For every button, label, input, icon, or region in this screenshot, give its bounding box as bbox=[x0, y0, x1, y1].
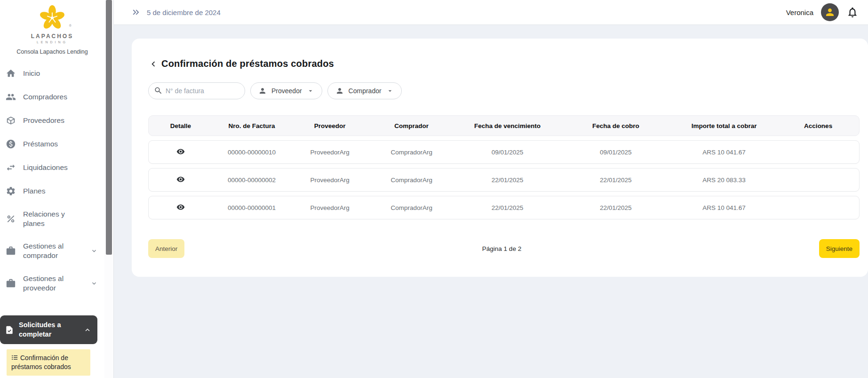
sidebar-item-relaciones-y-planes[interactable]: Relaciones y planes bbox=[0, 203, 104, 235]
fecha-vencimiento: 09/01/2025 bbox=[454, 149, 561, 156]
table-row: 00000-00000010 ProveedorArg CompradorArg… bbox=[148, 140, 860, 164]
chevron-up-icon bbox=[83, 326, 92, 334]
sidebar-bottom-group: Solicitudes a completar Confirmación de … bbox=[0, 315, 104, 378]
sidebar-item-label: Liquidaciones bbox=[23, 163, 68, 172]
invoice-number: 00000-00000002 bbox=[213, 177, 291, 184]
proveedor-filter-dropdown[interactable]: Proveedor bbox=[250, 82, 322, 99]
content-area: Confirmación de préstamos cobrados Prove… bbox=[114, 25, 868, 378]
sidebar-item-label: Relaciones y planes bbox=[23, 209, 83, 228]
briefcase-icon bbox=[6, 278, 16, 289]
sidebar-item-compradores[interactable]: Compradores bbox=[0, 85, 104, 109]
chevron-down-icon bbox=[90, 247, 98, 255]
main-area: 5 de diciembre de 2024 Veronica Confirma… bbox=[114, 0, 868, 378]
brand-subname: LENDING bbox=[0, 40, 104, 44]
invoice-number: 00000-00000010 bbox=[213, 149, 291, 156]
user-name: Veronica bbox=[786, 8, 813, 16]
sidebar-item-gestiones-al-comprador[interactable]: Gestiones al comprador bbox=[0, 235, 104, 267]
topbar: 5 de diciembre de 2024 Veronica bbox=[114, 0, 868, 25]
sidebar-item-planes[interactable]: Planes bbox=[0, 179, 104, 203]
table-header: Detalle Nro. de Factura Proveedor Compra… bbox=[148, 115, 860, 136]
invoice-search bbox=[148, 82, 245, 99]
fecha-vencimiento: 22/01/2025 bbox=[454, 204, 561, 211]
brand-logo: ® LAPACHOS LENDING Consola Lapachos Lend… bbox=[0, 3, 104, 55]
gear-icon bbox=[6, 186, 16, 196]
package-cube-icon bbox=[6, 115, 16, 126]
view-detail-eye-icon[interactable] bbox=[175, 174, 186, 186]
col-header-importe: Importe total a cobrar bbox=[671, 122, 778, 129]
topbar-right-group: Veronica bbox=[786, 3, 859, 21]
document-check-icon bbox=[5, 325, 14, 335]
sidebar-subitem-label: Confirmación de préstamos cobrados bbox=[11, 354, 71, 370]
sidebar-item-label: Inicio bbox=[23, 69, 40, 78]
chevron-down-icon bbox=[90, 279, 98, 288]
sidebar-item-label: Proveedores bbox=[23, 116, 64, 125]
pagination: Anterior Página 1 de 2 Siguiente bbox=[148, 239, 860, 258]
back-chevron-icon[interactable] bbox=[148, 59, 159, 69]
col-header-fecha-cobro: Fecha de cobro bbox=[561, 122, 671, 129]
sidebar-subitem-confirmacion-prestamos-cobrados[interactable]: Confirmación de préstamos cobrados bbox=[7, 349, 90, 376]
sidebar: ® LAPACHOS LENDING Consola Lapachos Lend… bbox=[0, 0, 104, 378]
filter-label: Proveedor bbox=[271, 87, 302, 95]
sidebar-nav: Inicio Compradores Proveedores Préstamos… bbox=[0, 62, 104, 299]
sidebar-item-label: Planes bbox=[23, 186, 45, 196]
proveedor-name: ProveedorArg bbox=[291, 177, 369, 184]
loans-table: Detalle Nro. de Factura Proveedor Compra… bbox=[148, 115, 860, 219]
percent-icon bbox=[6, 214, 16, 224]
table-row: 00000-00000001 ProveedorArg CompradorArg… bbox=[148, 196, 860, 219]
col-header-nro-factura: Nro. de Factura bbox=[213, 122, 291, 129]
caret-down-icon bbox=[307, 87, 314, 95]
next-page-button[interactable]: Siguiente bbox=[819, 239, 860, 258]
fecha-cobro: 22/01/2025 bbox=[561, 204, 671, 211]
home-icon bbox=[6, 68, 16, 79]
col-header-acciones: Acciones bbox=[777, 122, 859, 129]
col-header-fecha-vencimiento: Fecha de vencimiento bbox=[454, 122, 561, 129]
person-icon bbox=[824, 7, 836, 18]
sidebar-item-proveedores[interactable]: Proveedores bbox=[0, 109, 104, 132]
notifications-bell-icon[interactable] bbox=[846, 6, 859, 18]
proveedor-name: ProveedorArg bbox=[291, 204, 369, 211]
title-row: Confirmación de préstamos cobrados bbox=[148, 58, 860, 69]
view-detail-eye-icon[interactable] bbox=[175, 202, 186, 214]
comprador-name: CompradorArg bbox=[369, 149, 454, 156]
sidebar-scrollbar[interactable] bbox=[104, 0, 114, 378]
comprador-name: CompradorArg bbox=[369, 204, 454, 211]
fecha-cobro: 09/01/2025 bbox=[561, 149, 671, 156]
sidebar-item-solicitudes-a-completar[interactable]: Solicitudes a completar bbox=[0, 315, 97, 344]
comprador-name: CompradorArg bbox=[369, 177, 454, 184]
sidebar-item-label: Gestiones al comprador bbox=[23, 241, 83, 260]
user-avatar[interactable] bbox=[821, 3, 839, 21]
invoice-number: 00000-00000001 bbox=[213, 204, 291, 211]
page-title: Confirmación de préstamos cobrados bbox=[161, 58, 334, 69]
table-row: 00000-00000002 ProveedorArg CompradorArg… bbox=[148, 168, 860, 192]
sidebar-item-liquidaciones[interactable]: Liquidaciones bbox=[0, 156, 104, 179]
scrollbar-thumb[interactable] bbox=[106, 0, 112, 255]
sidebar-item-label: Gestiones al proveedor bbox=[23, 274, 83, 293]
importe-total: ARS 10 041.67 bbox=[671, 149, 778, 156]
comprador-filter-dropdown[interactable]: Comprador bbox=[327, 82, 402, 99]
sidebar-item-label: Compradores bbox=[23, 92, 67, 102]
person-icon bbox=[335, 87, 344, 95]
buyers-people-icon bbox=[6, 92, 16, 102]
previous-page-button[interactable]: Anterior bbox=[148, 239, 184, 258]
col-header-comprador: Comprador bbox=[369, 122, 454, 129]
swap-arrows-icon bbox=[6, 162, 16, 173]
sidebar-item-gestiones-al-proveedor[interactable]: Gestiones al proveedor bbox=[0, 267, 104, 299]
confirmation-card: Confirmación de préstamos cobrados Prove… bbox=[132, 39, 868, 277]
coin-dollar-icon bbox=[6, 139, 16, 149]
checklist-icon bbox=[11, 354, 18, 361]
current-date: 5 de diciembre de 2024 bbox=[147, 8, 221, 16]
fecha-vencimiento: 22/01/2025 bbox=[454, 177, 561, 184]
search-icon bbox=[154, 86, 163, 95]
lapachos-flower-icon: ® bbox=[37, 4, 68, 34]
page-info: Página 1 de 2 bbox=[184, 245, 819, 252]
sidebar-item-inicio[interactable]: Inicio bbox=[0, 62, 104, 85]
fecha-cobro: 22/01/2025 bbox=[561, 177, 671, 184]
sidebar-item-prestamos[interactable]: Préstamos bbox=[0, 132, 104, 156]
registered-mark: ® bbox=[69, 24, 72, 27]
double-chevron-right-icon[interactable] bbox=[131, 7, 141, 17]
importe-total: ARS 20 083.33 bbox=[671, 177, 778, 184]
briefcase-icon bbox=[6, 246, 16, 256]
brand-name: LAPACHOS bbox=[0, 33, 104, 40]
filters-row: Proveedor Comprador bbox=[148, 82, 860, 99]
view-detail-eye-icon[interactable] bbox=[175, 146, 186, 158]
